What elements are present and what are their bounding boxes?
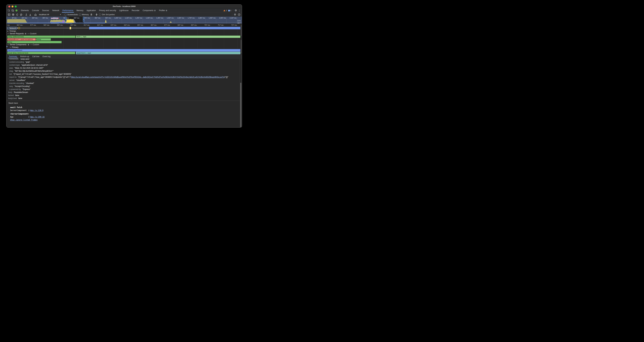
property-key: date [9, 67, 13, 69]
nodejs-extension-icon[interactable] [15, 9, 18, 12]
tab-application[interactable]: Application [85, 9, 98, 13]
show-ignore-listed-frames-link[interactable]: Show ignore-listed frames [10, 119, 38, 121]
server-component-bar[interactable]: await delay (deferred text) [7, 52, 75, 54]
selection-handle-right[interactable]: ‖ [83, 17, 84, 22]
device-toolbar-icon[interactable] [11, 9, 14, 12]
dim-3rd-parties-checkbox[interactable]: Dim 3rd parties [99, 14, 115, 16]
overview-tick [184, 17, 185, 24]
primary-group-header[interactable]: ▼Primary [10, 46, 18, 48]
server-request-bar[interactable]: delay (deferred text) [7, 36, 76, 38]
overview-tick-label: 297 ms [32, 17, 38, 19]
property-row: content-encoding"gzip" [9, 61, 239, 64]
track-network-header[interactable]: ▶Network [7, 27, 17, 30]
panel-tabs: ElementsConsoleSourcesNetworkPerformance… [19, 9, 169, 13]
settings-gear-icon[interactable]: ⚙ [235, 9, 237, 12]
ruler-tick-label: 607 ms [70, 24, 77, 26]
overview-tick-label: 1,497 ms [156, 17, 164, 19]
tab-summary[interactable]: Summary [8, 55, 19, 58]
summary-scrollbar-thumb[interactable] [240, 83, 241, 127]
flame-chart: ms567 ms577 ms587 ms597 ms607 ms617 ms62… [6, 24, 242, 55]
screenshots-checkbox[interactable]: Screenshots [64, 14, 78, 16]
server-requests-header[interactable]: ▼Server Requests— Custom [8, 33, 36, 35]
property-key: x-powered-by [9, 88, 21, 90]
overview-tick [153, 17, 153, 24]
property-value: "application/json; charset=utf-8" [21, 64, 48, 66]
memory-checkbox[interactable]: Memory [79, 14, 89, 16]
tab-sources[interactable]: Sources [40, 9, 51, 13]
warnings-badge[interactable]: 1 [224, 10, 227, 12]
network-track-label: Network [9, 27, 16, 29]
record-button[interactable] [12, 13, 14, 16]
save-profile-icon[interactable] [29, 13, 32, 16]
tab-console[interactable]: Console [30, 9, 40, 13]
tab-recorder[interactable]: Recorder [130, 9, 141, 13]
primary-group-label: Primary [12, 46, 18, 48]
report-url-link[interactable]: https://a.nel.cloudflare.com/report/v4?s… [71, 76, 224, 78]
server-components-header[interactable]: ▼Server Components— Custom [8, 44, 39, 46]
overview-tick-label: 1,197 ms [125, 17, 132, 19]
ruler-tick-label: 647 ms [124, 24, 130, 26]
toggle-sidebar-icon[interactable] [8, 13, 10, 16]
tab-label: Lighthouse [119, 9, 128, 12]
overview-tick-label: 1,597 ms [167, 17, 174, 19]
tab-lighthouse[interactable]: Lighthouse [118, 9, 130, 13]
tab-components[interactable]: Components [141, 9, 157, 13]
server-request-bar[interactable]: fetch (.../api) [76, 36, 240, 38]
source-location-link[interactable]: App.js:190:16 [30, 116, 44, 118]
capture-settings-gear-icon[interactable]: ⚙ [234, 13, 236, 16]
checkbox-icon [99, 14, 101, 16]
server-component-bar[interactable]: ServerComponent [7, 49, 240, 52]
tab-label: Application [86, 9, 96, 12]
tab-elements[interactable]: Elements [19, 9, 30, 13]
tab-profiler[interactable]: Profiler [157, 9, 169, 13]
fit-window-icon[interactable] [95, 13, 98, 16]
track-timings-header[interactable]: ▶Timings [8, 30, 16, 32]
collect-garbage-icon[interactable] [90, 13, 93, 16]
network-whisker-line [18, 28, 89, 28]
stack-frame: <ServerComponent> [10, 113, 29, 115]
server-request-bar[interactable]: delay [7, 41, 62, 44]
net-request-bar [8, 23, 105, 24]
record-and-reload-icon[interactable] [16, 13, 18, 16]
source-location-link[interactable]: App.js:128:9 [30, 109, 44, 112]
stack-frame: App@App.js:190:16 [10, 116, 44, 118]
server-request-bar[interactable]: delayedError (...ayed exception) [7, 38, 36, 41]
clear-icon[interactable] [20, 13, 22, 16]
server-request-bar[interactable]: delay [36, 38, 51, 41]
tab-event-log[interactable]: Event log [41, 55, 52, 58]
issues-badge[interactable]: 1 [228, 10, 231, 12]
summary-pane: connection"keep-alive"content-encoding"g… [6, 59, 242, 127]
history-dropdown[interactable]: localhost #4 ▼ [38, 13, 62, 16]
inspect-element-icon[interactable] [8, 9, 10, 12]
server-component-bar[interactable]: await fetch (.../api) [76, 52, 240, 54]
atom-icon [25, 33, 26, 35]
ruler-tick-label: 677 ms [164, 24, 170, 26]
timings-track-label: Timings [9, 30, 16, 32]
live-metrics-home-icon[interactable] [34, 13, 37, 16]
timeline-overview[interactable]: 97 ms197 ms297 ms397 ms497 ms597 ms697 m… [6, 17, 242, 24]
kebab-menu-icon[interactable]: ⋮ [238, 9, 240, 12]
tab-memory[interactable]: Memory [75, 9, 85, 13]
tab-network[interactable]: Network [51, 9, 61, 13]
disclosure-triangle-icon: ▼ [8, 33, 9, 35]
tab-performance[interactable]: Performance [61, 9, 75, 13]
tab-bottom-up[interactable]: Bottom-up [19, 55, 30, 58]
dim-3rd-parties-label: Dim 3rd parties [102, 14, 115, 16]
flame-scrollbar-thumb[interactable] [241, 40, 242, 54]
stack-frame-function: App [10, 116, 28, 118]
overview-tick [206, 17, 206, 24]
tab-privacy-and-security[interactable]: Privacy and security [98, 9, 118, 13]
ruler-tick-label: 687 ms [178, 24, 184, 26]
flame-scrollbar-thumb[interactable] [241, 25, 242, 36]
network-request-bar[interactable] [70, 27, 71, 29]
tab-label: Console [32, 9, 39, 12]
property-key: body [8, 91, 12, 93]
main-tabbar: ElementsConsoleSourcesNetworkPerformance… [6, 9, 242, 13]
network-request-bar[interactable] [89, 27, 240, 29]
overview-tick-label: 197 ms [22, 17, 28, 19]
tab-call-tree[interactable]: Call tree [31, 55, 41, 58]
selection-handle-left[interactable]: ‖ [65, 17, 66, 22]
performance-toolbar: localhost #4 ▼ Screenshots Memory Dim 3r… [6, 13, 242, 17]
load-profile-icon[interactable] [25, 13, 28, 16]
help-icon[interactable]: ? [238, 13, 240, 16]
